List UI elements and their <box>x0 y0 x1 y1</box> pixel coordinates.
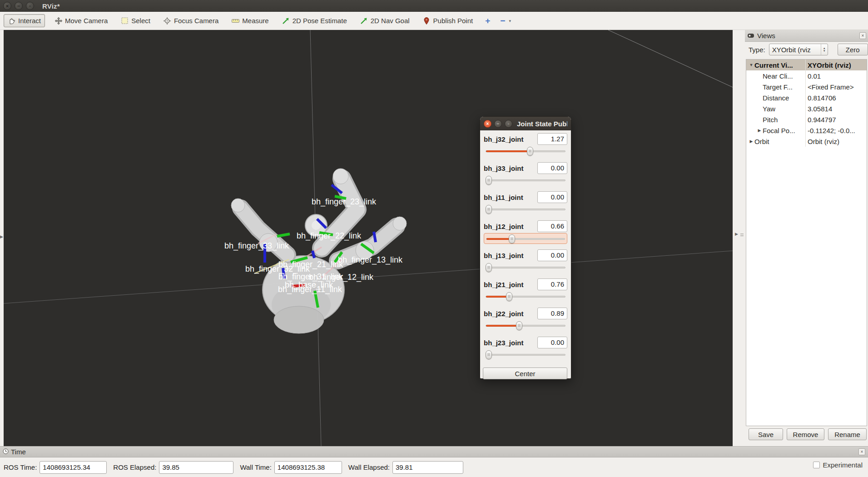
slider-handle[interactable] <box>486 176 492 185</box>
slider-handle[interactable] <box>486 263 492 272</box>
tf-frame-label: bh_finger_22_link <box>297 231 361 241</box>
expander-closed-icon[interactable]: ▶ <box>756 128 763 133</box>
joint-value-input[interactable]: 0.00 <box>537 249 567 261</box>
center-button[interactable]: Center <box>483 368 567 379</box>
tool-interact[interactable]: Interact <box>4 14 45 27</box>
spinner-icon[interactable]: ▲▼ <box>821 44 828 55</box>
slider-track[interactable] <box>486 354 565 356</box>
tree-value: 3.05814 <box>805 103 867 114</box>
tree-row-orbit[interactable]: ▶OrbitOrbit (rviz) <box>746 136 867 147</box>
time-field-input[interactable] <box>392 461 463 474</box>
left-panel-splitter[interactable]: ▶ <box>0 30 4 446</box>
joint-row: bh_j32_joint1.27 <box>484 133 567 162</box>
tree-row-yaw[interactable]: Yaw3.05814 <box>746 103 867 114</box>
tree-row-pitch[interactable]: Pitch0.944797 <box>746 114 867 125</box>
views-panel-header[interactable]: Views × <box>745 30 868 42</box>
joint-name-label: bh_j32_joint <box>484 135 524 143</box>
slider-track[interactable] <box>486 296 565 298</box>
zero-button[interactable]: Zero <box>838 44 868 55</box>
slider-handle[interactable] <box>506 292 512 301</box>
tool-move-camera[interactable]: Move Camera <box>51 15 111 27</box>
slider-handle[interactable] <box>509 234 515 243</box>
joint-slider[interactable] <box>484 146 567 157</box>
slider-track[interactable] <box>486 209 565 210</box>
tool-publish-point[interactable]: Publish Point <box>419 15 477 27</box>
time-field-input[interactable] <box>40 461 107 474</box>
views-close-icon[interactable]: × <box>859 32 866 39</box>
tree-row-distance[interactable]: Distance0.814706 <box>746 92 867 103</box>
tree-row-near-cli-[interactable]: Near Cli...0.01 <box>746 70 867 81</box>
time-field-input[interactable] <box>159 461 233 474</box>
expander-closed-icon[interactable]: ▶ <box>748 139 754 144</box>
time-panel-header[interactable]: Time × <box>0 447 868 457</box>
rename-button[interactable]: Rename <box>828 428 867 440</box>
experimental-checkbox[interactable] <box>813 462 820 468</box>
time-close-icon[interactable]: × <box>858 448 865 455</box>
view-type-combobox[interactable]: XYOrbit (rviz ▲▼ <box>769 44 828 55</box>
save-button[interactable]: Save <box>749 428 783 440</box>
joint-slider[interactable] <box>484 262 567 273</box>
joint-row: bh_j11_joint0.00 <box>484 191 567 220</box>
tool-2d-pose-estimate[interactable]: 2D Pose Estimate <box>278 15 351 27</box>
views-panel-splitter[interactable]: ▶ <box>733 30 745 446</box>
time-panel-title: Time <box>11 448 858 456</box>
slider-handle[interactable] <box>516 321 522 330</box>
tree-row-current-vi-[interactable]: ▼Current Vi...XYOrbit (rviz) <box>746 60 867 70</box>
slider-track[interactable] <box>486 267 565 268</box>
tree-value: 0.01 <box>805 70 867 81</box>
tree-row-target-f-[interactable]: Target F...<Fixed Frame> <box>746 81 867 92</box>
joint-value-input[interactable]: 0.66 <box>537 220 567 232</box>
views-panel: Views × Type: XYOrbit (rviz ▲▼ Zero ▼Cur… <box>745 30 868 446</box>
experimental-checkbox-row[interactable]: Experimental <box>813 461 863 469</box>
tree-value: 0.814706 <box>805 92 867 103</box>
tool-2d-nav-goal[interactable]: 2D Nav Goal <box>357 15 413 27</box>
slider-track[interactable] <box>486 179 565 181</box>
joint-value-input[interactable]: 0.00 <box>537 191 567 203</box>
expander-open-icon[interactable]: ▼ <box>748 63 754 67</box>
tree-row-focal-po-[interactable]: ▶Focal Po...-0.11242; -0.0... <box>746 125 867 136</box>
tree-label: Yaw <box>763 105 775 113</box>
window-maximize-icon[interactable]: ▫ <box>26 2 34 10</box>
joint-slider[interactable] <box>484 175 567 186</box>
slider-track[interactable] <box>486 150 565 152</box>
joint-value-input[interactable]: 0.00 <box>537 162 567 174</box>
joint-slider[interactable] <box>484 233 567 244</box>
remove-button[interactable]: Remove <box>787 428 824 440</box>
tool-focus-camera[interactable]: Focus Camera <box>160 15 222 27</box>
3d-viewport[interactable]: bh_finger_23_linkbh_finger_22_linkbh_fin… <box>4 30 733 446</box>
dialog-close-icon[interactable]: × <box>484 120 491 128</box>
time-field-input[interactable] <box>274 461 342 474</box>
joint-slider[interactable] <box>484 320 567 331</box>
joint-slider[interactable] <box>484 291 567 302</box>
slider-track[interactable] <box>486 238 565 240</box>
panel-collapse-handle-icon[interactable]: ▶ <box>735 232 738 236</box>
window-close-icon[interactable]: × <box>3 2 11 10</box>
tree-label: Focal Po... <box>763 127 795 134</box>
tf-frame-label: bh_finger_33_link <box>224 241 289 251</box>
slider-handle[interactable] <box>486 350 492 359</box>
tool-measure[interactable]: Measure <box>228 15 272 27</box>
views-icon <box>748 32 754 40</box>
dialog-maximize-icon[interactable]: ▫ <box>505 120 512 128</box>
joint-value-input[interactable]: 1.27 <box>537 133 567 145</box>
add-tool-button[interactable]: + <box>482 16 493 26</box>
slider-track[interactable] <box>486 325 565 327</box>
joint-sliders-list: bh_j32_joint1.27bh_j33_joint0.00bh_j11_j… <box>480 130 571 366</box>
tree-label: Current Vi... <box>754 61 793 69</box>
window-minimize-icon[interactable]: − <box>15 2 23 10</box>
joint-value-input[interactable]: 0.89 <box>537 308 567 319</box>
tree-label: Orbit <box>754 138 769 145</box>
joint-value-input[interactable]: 0.76 <box>537 278 567 290</box>
joint-slider[interactable] <box>484 204 567 215</box>
slider-handle[interactable] <box>527 147 533 156</box>
joint-slider[interactable] <box>484 349 567 360</box>
tool-select[interactable]: Select <box>117 15 154 27</box>
joint-dialog-titlebar[interactable]: × − ▫ Joint State Publisher <box>480 117 571 130</box>
views-tree: ▼Current Vi...XYOrbit (rviz)Near Cli...0… <box>746 59 867 426</box>
remove-tool-button[interactable]: − ▾ <box>497 16 514 26</box>
slider-handle[interactable] <box>486 205 492 214</box>
joint-state-dialog: × − ▫ Joint State Publisher bh_j32_joint… <box>480 116 571 379</box>
joint-value-input[interactable]: 0.00 <box>537 337 567 348</box>
dialog-minimize-icon[interactable]: − <box>494 120 502 128</box>
panel-expand-handle-icon[interactable]: ▶ <box>0 234 3 239</box>
